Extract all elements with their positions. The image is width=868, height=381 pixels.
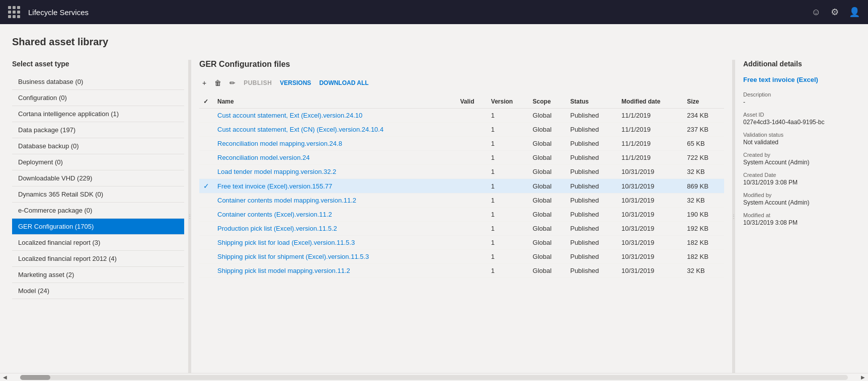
smiley-icon[interactable]: ☺ [812,7,821,18]
row-size: 234 KB [683,109,724,123]
row-check[interactable] [199,109,213,123]
file-link[interactable]: Cust account statement, Ext (Excel).vers… [217,112,362,119]
row-status: Published [566,264,617,278]
row-name[interactable]: Shipping pick list for load (Excel).vers… [213,236,456,250]
add-button[interactable]: + [199,77,209,89]
file-link[interactable]: Free text invoice (Excel).version.155.77 [217,182,332,190]
file-link[interactable]: Cust account statement, Ext (CN) (Excel)… [217,126,383,133]
row-check[interactable]: ✓ [199,179,213,194]
row-valid [456,264,487,278]
asset-type-item[interactable]: Business database (0) [12,74,184,90]
table-row[interactable]: Cust account statement, Ext (CN) (Excel)… [199,123,724,137]
file-link[interactable]: Production pick list (Excel).version.11.… [217,225,337,232]
row-check[interactable] [199,123,213,137]
row-check[interactable] [199,236,213,250]
row-name[interactable]: Shipping pick list model mapping.version… [213,264,456,278]
modified-by-label: Modified by [743,192,848,198]
row-modified-date: 10/31/2019 [617,208,683,222]
row-name[interactable]: Reconciliation model.version.24 [213,151,456,165]
table-row[interactable]: Reconciliation model.version.241GlobalPu… [199,151,724,165]
row-version: 1 [487,208,529,222]
row-version: 1 [487,236,529,250]
row-check[interactable] [199,208,213,222]
row-name[interactable]: Cust account statement, Ext (CN) (Excel)… [213,123,456,137]
download-all-button[interactable]: DOWNLOAD ALL [316,77,371,88]
row-name[interactable]: Production pick list (Excel).version.11.… [213,222,456,236]
row-check[interactable] [199,165,213,179]
row-modified-date: 10/31/2019 [617,165,683,179]
file-link[interactable]: Container contents model mapping.version… [217,197,356,204]
table-row[interactable]: Shipping pick list for shipment (Excel).… [199,250,724,264]
row-check[interactable] [199,250,213,264]
file-link[interactable]: Reconciliation model mapping.version.24.… [217,140,342,147]
selected-asset-name[interactable]: Free text invoice (Excel) [743,76,848,83]
scroll-thumb[interactable] [20,375,50,380]
file-link[interactable]: Shipping pick list for shipment (Excel).… [217,253,369,260]
delete-button[interactable]: 🗑 [211,77,224,89]
row-name[interactable]: Container contents model mapping.version… [213,194,456,208]
table-row[interactable]: Shipping pick list for load (Excel).vers… [199,236,724,250]
col-name: Name [213,95,456,109]
scroll-track [20,375,848,380]
asset-type-item[interactable]: e-Commerce package (0) [12,203,184,219]
table-row[interactable]: Reconciliation model mapping.version.24.… [199,137,724,151]
horizontal-scrollbar[interactable]: ◀ ▶ [0,373,868,381]
asset-type-item[interactable]: Deployment (0) [12,154,184,170]
user-avatar[interactable]: 👤 [849,7,860,18]
row-name[interactable]: Container contents (Excel).version.11.2 [213,208,456,222]
file-link[interactable]: Shipping pick list model mapping.version… [217,267,350,274]
row-size: 722 KB [683,151,724,165]
row-check[interactable] [199,194,213,208]
asset-type-item[interactable]: Configuration (0) [12,90,184,106]
row-check[interactable] [199,264,213,278]
asset-type-item[interactable]: Downloadable VHD (229) [12,170,184,186]
table-row[interactable]: ✓Free text invoice (Excel).version.155.7… [199,179,724,194]
edit-button[interactable]: ✏ [226,77,239,89]
versions-button[interactable]: VERSIONS [277,77,314,88]
row-name[interactable]: Shipping pick list for shipment (Excel).… [213,250,456,264]
table-row[interactable]: Shipping pick list model mapping.version… [199,264,724,278]
file-link[interactable]: Load tender model mapping.version.32.2 [217,168,336,175]
row-name[interactable]: Load tender model mapping.version.32.2 [213,165,456,179]
col-version: Version [487,95,529,109]
publish-button[interactable]: PUBLISH [241,77,275,88]
row-version: 1 [487,179,529,194]
row-name[interactable]: Cust account statement, Ext (Excel).vers… [213,109,456,123]
scroll-right-arrow[interactable]: ▶ [858,374,868,380]
file-link[interactable]: Shipping pick list for load (Excel).vers… [217,239,355,246]
row-size: 182 KB [683,250,724,264]
table-row[interactable]: Container contents (Excel).version.11.21… [199,208,724,222]
row-check[interactable] [199,137,213,151]
row-valid [456,151,487,165]
asset-type-item[interactable]: Marketing asset (2) [12,267,184,283]
asset-type-item[interactable]: Data package (197) [12,122,184,138]
scroll-left-arrow[interactable]: ◀ [0,374,10,380]
table-row[interactable]: Production pick list (Excel).version.11.… [199,222,724,236]
row-name[interactable]: Free text invoice (Excel).version.155.77 [213,179,456,194]
row-check[interactable] [199,151,213,165]
file-link[interactable]: Container contents (Excel).version.11.2 [217,211,332,218]
row-status: Published [566,123,617,137]
row-scope: Global [529,123,567,137]
asset-type-item[interactable]: Dynamics 365 Retail SDK (0) [12,186,184,203]
toolbar: + 🗑 ✏ PUBLISH VERSIONS DOWNLOAD ALL [199,75,724,91]
trash-icon: 🗑 [214,79,221,87]
asset-type-item[interactable]: Localized financial report 2012 (4) [12,251,184,267]
table-row[interactable]: Load tender model mapping.version.32.21G… [199,165,724,179]
row-version: 1 [487,123,529,137]
asset-type-item[interactable]: Model (24) [12,283,184,299]
table-row[interactable]: Cust account statement, Ext (Excel).vers… [199,109,724,123]
apps-grid-icon[interactable] [8,6,20,18]
settings-icon[interactable]: ⚙ [831,7,839,18]
row-name[interactable]: Reconciliation model mapping.version.24.… [213,137,456,151]
asset-type-item[interactable]: Localized financial report (3) [12,235,184,251]
table-row[interactable]: Container contents model mapping.version… [199,194,724,208]
asset-type-item[interactable]: Cortana intelligence application (1) [12,106,184,122]
asset-id-value: 027e4cd3-1d40-4aa0-9195-bc [743,119,848,126]
row-scope: Global [529,236,567,250]
file-link[interactable]: Reconciliation model.version.24 [217,154,310,161]
row-valid [456,137,487,151]
row-check[interactable] [199,222,213,236]
asset-type-item[interactable]: Database backup (0) [12,138,184,154]
asset-type-item[interactable]: GER Configuration (1705) [12,219,184,235]
